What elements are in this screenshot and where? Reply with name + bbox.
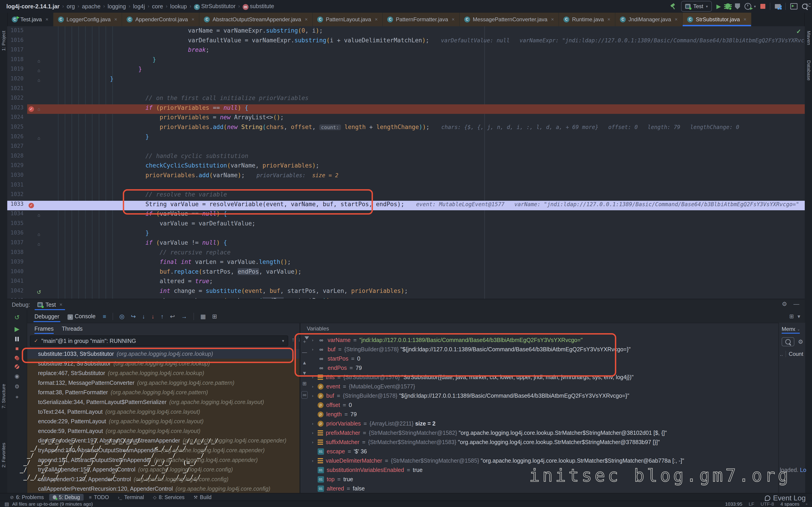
code-line[interactable]: 1037⌂ if (varValue != null) {: [7, 239, 805, 249]
variable-row[interactable]: ›ppriorVariables={ArrayList@2211} size =…: [309, 419, 778, 428]
remove-watch-icon[interactable]: —: [302, 349, 307, 355]
code-line[interactable]: 1029 checkCyclicSubstitution(varName, pr…: [7, 162, 805, 172]
variable-row[interactable]: ›pbuf={StringBuilder@1578} "${jndi:ldap:…: [309, 391, 778, 400]
close-icon[interactable]: ×: [452, 16, 455, 22]
editor-tab[interactable]: CRuntime.java×: [559, 13, 615, 26]
breadcrumb-item[interactable]: org: [67, 3, 75, 10]
inspections-ok-icon[interactable]: ✓: [796, 28, 801, 35]
breadcrumb-item[interactable]: msubstitute: [243, 3, 274, 10]
count-column-header[interactable]: Count: [789, 351, 803, 357]
code-line[interactable]: 1022 // on the first call initialize pri…: [7, 95, 805, 104]
code-line[interactable]: 1042↺ int change = substitute(event, buf…: [7, 287, 805, 297]
editor-tab[interactable]: CAbstractOutputStreamAppender.java×: [199, 13, 313, 26]
code-line[interactable]: 1040 buf.replace(startPos, endPos, varVa…: [7, 268, 805, 278]
stack-frame-row[interactable]: substitute:912, StrSubstitutor(org.apach…: [27, 359, 300, 369]
variable-row[interactable]: 01substitutionInVariablesEnabled=true: [309, 465, 778, 474]
stack-frame-row[interactable]: callAppender0:129, AppenderControl(org.a…: [27, 474, 300, 484]
code-line[interactable]: 1026⌂ }: [7, 133, 805, 143]
thread-selector[interactable]: ✓ "main"@1 in group "main": RUNNING ▾: [30, 335, 288, 346]
stack-frame-row[interactable]: tryCallAppender:156, AppenderControl(org…: [27, 465, 300, 474]
tab-memory[interactable]: Memory ⌄: [782, 325, 803, 334]
close-icon[interactable]: ×: [551, 16, 554, 22]
resume-icon[interactable]: ▶: [14, 325, 19, 333]
step-out-icon[interactable]: ↑: [161, 313, 164, 320]
variable-row[interactable]: ›this={StrSubstitutor@1576} "StrSubstitu…: [309, 373, 778, 382]
restore-layout-icon[interactable]: ⊞: [789, 313, 794, 320]
code-line[interactable]: 1018⌂ }: [7, 56, 805, 66]
breadcrumb-item[interactable]: CStrSubstitutor: [194, 3, 236, 10]
tool-window-button-build[interactable]: ⚒Build: [190, 494, 215, 501]
expand-chevron-icon[interactable]: ›: [310, 438, 315, 447]
code-editor[interactable]: 1015 varName = varNameExpr.substring(0, …: [7, 26, 805, 299]
variable-row[interactable]: ›∞buf={StringBuilder@1578} "${jndi:ldap:…: [309, 345, 778, 354]
run-button[interactable]: ▶: [716, 3, 721, 10]
duplicate-icon[interactable]: ⊞: [302, 381, 307, 387]
fold-marker-icon[interactable]: ⌂: [35, 239, 43, 249]
editor-tab[interactable]: CAppenderControl.java×: [122, 13, 199, 26]
tab-frames[interactable]: Frames: [35, 326, 54, 334]
mute-breakpoints-icon[interactable]: [15, 364, 19, 369]
breadcrumb-item[interactable]: lookup: [170, 3, 187, 10]
stack-frame-row[interactable]: append:181, AbstractOutputStreamAppender…: [27, 455, 300, 465]
fold-marker-icon[interactable]: ⌂: [35, 56, 43, 66]
tab-debugger[interactable]: Debugger: [34, 311, 60, 322]
editor-tab[interactable]: CJndiManager.java×: [615, 13, 682, 26]
move-up-icon[interactable]: ▲: [302, 360, 307, 366]
stack-frame-row[interactable]: toText:244, PatternLayout(org.apache.log…: [27, 407, 300, 417]
code-line[interactable]: 1035 varValue = varDefaultValue;: [7, 220, 805, 230]
tab-options-icon[interactable]: ⌥: [805, 2, 811, 8]
tool-window-button-todo[interactable]: ≡TODO: [86, 494, 113, 501]
breadcrumb-item[interactable]: apache: [82, 3, 101, 10]
variable-row[interactable]: 01escape='$' 36: [309, 447, 778, 456]
hide-icon[interactable]: —: [794, 300, 799, 307]
variable-row[interactable]: ›valueDelimiterMatcher={StrMatcher$Strin…: [309, 456, 778, 465]
view-breakpoints-icon[interactable]: [15, 356, 19, 360]
expand-chevron-icon[interactable]: ›: [310, 419, 315, 428]
stack-frame-row[interactable]: toSerializable:344, PatternLayout$Patter…: [27, 397, 300, 407]
step-over-icon[interactable]: ↪: [131, 313, 136, 320]
breadcrumb-item[interactable]: log4j: [133, 3, 145, 10]
breadcrumb-item[interactable]: log4j-core-2.14.1.jar: [6, 3, 60, 10]
readonly-lock-icon[interactable]: ▫: [806, 501, 807, 507]
code-line[interactable]: 1036⌂ }: [7, 229, 805, 239]
drop-frame-icon[interactable]: ↩: [170, 313, 175, 320]
code-line[interactable]: 1028 // handle cyclic substitution: [7, 153, 805, 162]
variable-row[interactable]: ›suffixMatcher={StrMatcher$StringMatcher…: [309, 438, 778, 447]
code-line[interactable]: 1030 priorVariables.add(varName);priorVa…: [7, 172, 805, 181]
variable-row[interactable]: ›pevent={MutableLogEvent@1577}: [309, 382, 778, 391]
code-line[interactable]: 1032 // resolve the variable: [7, 191, 805, 201]
breakpoint-icon[interactable]: ✓: [27, 104, 35, 114]
close-icon[interactable]: ×: [744, 16, 747, 22]
expand-chevron-icon[interactable]: ›: [310, 456, 315, 465]
evaluate-expression-icon[interactable]: ▦: [200, 313, 206, 320]
get-thread-dump-icon[interactable]: ◉: [15, 373, 19, 379]
tab-console[interactable]: ›Console: [67, 311, 97, 322]
sidebar-item-structure[interactable]: 7: Structure: [1, 384, 6, 408]
code-line[interactable]: 1041 altered = true;: [7, 278, 805, 287]
add-watch-icon[interactable]: ＋: [302, 338, 307, 345]
close-icon[interactable]: ×: [607, 16, 610, 22]
code-line[interactable]: 1017 break;: [7, 46, 805, 56]
close-icon[interactable]: ×: [192, 16, 194, 22]
run-anything-icon[interactable]: [790, 3, 798, 9]
stack-frame-row[interactable]: encode:229, PatternLayout(org.apache.log…: [27, 416, 300, 426]
editor-tab[interactable]: CPatternFormatter.java×: [383, 13, 460, 26]
tab-threads[interactable]: Threads: [62, 326, 83, 334]
gear-icon[interactable]: ⚙: [798, 338, 803, 345]
editor-tab[interactable]: CMessagePatternConverter.java×: [460, 13, 559, 26]
code-line[interactable]: 1043 change = change + (varLen - (endPos…: [7, 297, 805, 299]
stack-frame-row[interactable]: format:132, MessagePatternConverter(org.…: [27, 378, 300, 388]
expand-chevron-icon[interactable]: ›: [310, 373, 315, 382]
search-button[interactable]: [782, 337, 794, 346]
close-icon[interactable]: ×: [46, 16, 48, 22]
variable-row[interactable]: ∞endPos=79: [309, 363, 778, 373]
expand-chevron-icon[interactable]: ›: [310, 345, 315, 354]
breakpoint-dot-icon[interactable]: ✓: [29, 203, 34, 208]
variable-row[interactable]: 01altered=false: [309, 484, 778, 493]
code-line[interactable]: 1031: [7, 181, 805, 191]
stack-frame-row[interactable]: encode:59, PatternLayout(org.apache.logg…: [27, 426, 300, 436]
rerun-icon[interactable]: ↺: [14, 314, 19, 321]
close-icon[interactable]: ×: [114, 16, 117, 22]
breadcrumb-item[interactable]: logging: [108, 3, 126, 10]
code-line[interactable]: 1015 varName = varNameExpr.substring(0, …: [7, 27, 805, 37]
